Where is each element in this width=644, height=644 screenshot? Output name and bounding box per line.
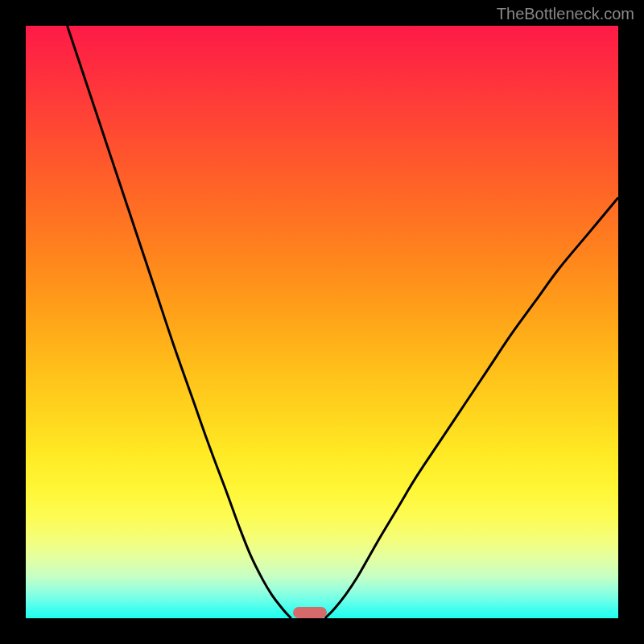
bottom-marker bbox=[293, 607, 327, 618]
watermark-text: TheBottleneck.com bbox=[497, 5, 634, 23]
left-curve bbox=[68, 26, 291, 618]
chart-curves-svg bbox=[26, 26, 618, 618]
chart-frame bbox=[24, 24, 620, 620]
right-curve bbox=[325, 197, 618, 618]
